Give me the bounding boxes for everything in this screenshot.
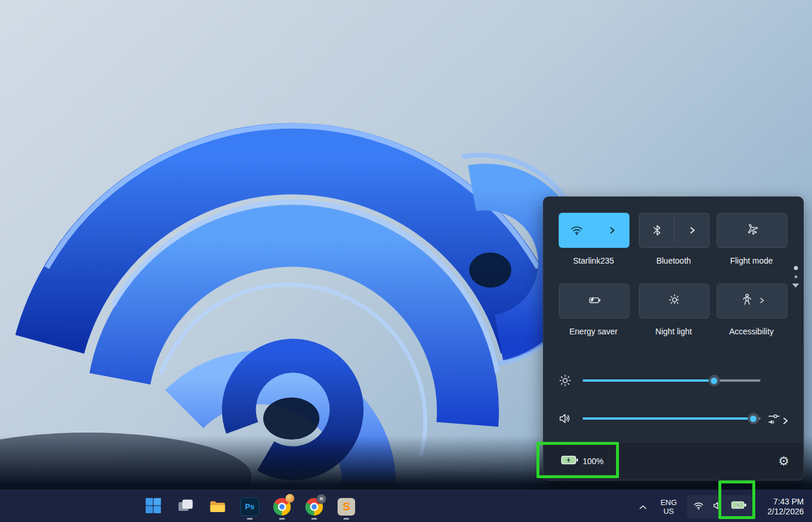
speaker-icon[interactable] xyxy=(558,412,572,426)
brightness-sun-icon xyxy=(558,374,572,388)
volume-slider[interactable] xyxy=(583,417,761,420)
clock-time: 7:43 PM xyxy=(758,497,804,507)
system-tray: ENG US xyxy=(635,490,812,522)
audio-output-chevron-icon[interactable] xyxy=(781,414,789,428)
brightness-slider-thumb[interactable] xyxy=(708,375,720,386)
wifi-tile-label: Starlink235 xyxy=(559,256,628,265)
airplane-icon xyxy=(745,222,759,238)
language-line2: US xyxy=(656,507,681,516)
tray-quick-settings-button[interactable] xyxy=(687,495,752,518)
quick-settings-footer: 100% ⚙ xyxy=(543,442,803,480)
pager-dot-current xyxy=(794,266,798,270)
quick-settings-battery-status[interactable]: 100% xyxy=(561,455,604,467)
brightness-slider[interactable] xyxy=(583,379,761,382)
taskbar: Ps R S xyxy=(0,490,812,522)
running-indicator xyxy=(343,518,349,520)
wifi-icon xyxy=(693,500,704,514)
task-view-icon xyxy=(177,497,194,517)
sublime-icon: S xyxy=(338,498,355,516)
chevron-up-icon xyxy=(639,502,647,512)
quick-settings-pager xyxy=(792,266,800,288)
chrome-profile-2-button[interactable]: R xyxy=(301,493,327,521)
volume-icon xyxy=(712,500,724,514)
quick-settings-panel: Starlink235 Bluetooth xyxy=(543,196,804,480)
battery-percent-label: 100% xyxy=(583,457,604,466)
audio-output-picker-icon[interactable] xyxy=(767,412,781,426)
bluetooth-icon xyxy=(639,213,674,247)
gear-icon[interactable]: ⚙ xyxy=(778,455,789,468)
sun-icon xyxy=(668,293,682,309)
running-indicator xyxy=(311,518,317,520)
windows-start-icon xyxy=(145,497,161,516)
flight-mode-tile[interactable] xyxy=(717,213,787,248)
wifi-icon xyxy=(559,213,594,247)
bluetooth-expand-chevron-icon[interactable] xyxy=(675,213,709,247)
accessibility-tile[interactable] xyxy=(717,284,787,319)
pager-expand-arrow-icon[interactable] xyxy=(792,284,799,288)
start-button[interactable] xyxy=(140,493,166,521)
sublime-text-button[interactable]: S xyxy=(333,493,359,521)
bluetooth-tile[interactable] xyxy=(639,213,710,248)
chrome-profile-avatar-badge xyxy=(285,494,294,503)
night-light-tile-label: Night light xyxy=(639,327,708,336)
photoshop-label: Ps xyxy=(245,502,254,511)
brightness-slider-fill xyxy=(583,379,714,382)
wifi-expand-chevron-icon[interactable] xyxy=(594,213,629,247)
file-explorer-button[interactable] xyxy=(205,493,230,521)
energy-saver-tile-label: Energy saver xyxy=(559,327,628,336)
task-view-button[interactable] xyxy=(173,493,198,521)
chrome-profile-letter-badge: R xyxy=(316,494,326,504)
battery-charging-icon xyxy=(561,455,579,467)
accessibility-expand-chevron-icon[interactable] xyxy=(759,296,765,306)
folder-icon xyxy=(209,497,226,517)
volume-slider-fill xyxy=(583,417,753,420)
battery-leaf-icon xyxy=(587,293,602,309)
clock-date: 2/12/2026 xyxy=(758,507,804,517)
chrome-profile-1-button[interactable] xyxy=(269,493,295,521)
photoshop-button[interactable]: Ps xyxy=(237,493,263,521)
night-light-tile[interactable] xyxy=(639,284,710,319)
accessibility-person-icon xyxy=(740,293,754,309)
running-indicator xyxy=(247,518,253,520)
sublime-label: S xyxy=(343,500,350,513)
running-indicator xyxy=(279,518,285,520)
clock[interactable]: 7:43 PM 2/12/2026 xyxy=(758,497,804,517)
language-indicator[interactable]: ENG US xyxy=(656,498,681,516)
bluetooth-tile-label: Bluetooth xyxy=(639,256,708,265)
volume-slider-thumb[interactable] xyxy=(748,413,759,424)
photoshop-icon: Ps xyxy=(240,497,259,516)
desktop: Starlink235 Bluetooth xyxy=(0,0,812,522)
tray-battery-icon xyxy=(731,501,746,512)
language-line1: ENG xyxy=(656,498,681,507)
accessibility-tile-label: Accessibility xyxy=(717,327,786,336)
wifi-tile[interactable] xyxy=(559,213,629,248)
taskbar-apps: Ps R S xyxy=(140,490,359,522)
flight-mode-tile-label: Flight mode xyxy=(717,256,786,265)
pager-dot xyxy=(794,275,797,278)
tray-overflow-button[interactable] xyxy=(635,497,651,517)
energy-saver-tile[interactable] xyxy=(559,284,629,319)
